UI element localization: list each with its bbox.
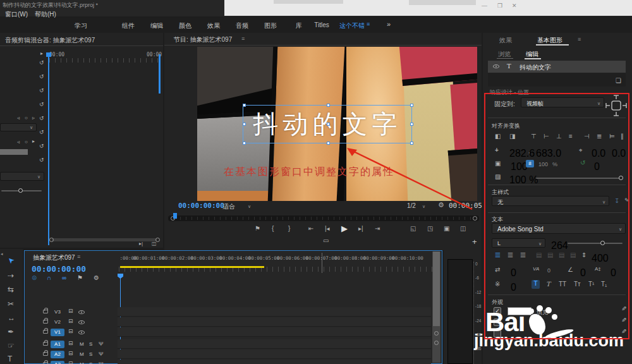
track-lock-icon[interactable] xyxy=(43,342,48,346)
step-back-button[interactable]: |◂ xyxy=(325,225,330,232)
track-output-eye-icon[interactable] xyxy=(78,320,85,324)
automation-reset-icon[interactable]: ↺ xyxy=(39,73,44,80)
track-badge-v3[interactable]: V3 xyxy=(51,308,64,316)
voiceover-record-mic-icon[interactable]: Ψ xyxy=(99,341,104,347)
go-to-out-button[interactable]: ⇥ xyxy=(375,225,380,232)
align-to-video-frame-h-icon[interactable]: ◧ xyxy=(495,133,501,140)
mixer-panel-title[interactable]: 音频剪辑混合器: 抽象派艺术097 xyxy=(5,36,95,45)
automation-reset-icon[interactable]: ↺ xyxy=(39,143,44,149)
selection-handle[interactable] xyxy=(327,104,330,107)
selection-handle[interactable] xyxy=(243,142,246,145)
hand-tool[interactable]: ☞ xyxy=(8,341,15,350)
workspace-overflow-chevron[interactable]: » xyxy=(387,20,391,28)
zoom-handle[interactable] xyxy=(434,341,439,345)
eye-icon[interactable] xyxy=(493,64,499,68)
voiceover-record-mic-icon[interactable]: Ψ xyxy=(99,361,104,364)
workspace-tab-4[interactable]: 颜色 xyxy=(179,21,191,30)
sync-lock-icon[interactable]: ⊟ xyxy=(68,340,73,346)
sync-lock-icon[interactable]: ⊟ xyxy=(68,350,73,356)
sync-lock-icon[interactable]: ⊟ xyxy=(68,328,73,334)
kf-dot-icon[interactable]: ○ xyxy=(25,115,28,121)
selection-handle[interactable] xyxy=(410,104,413,107)
panel-menu-icon[interactable]: ≡ xyxy=(77,253,80,260)
lift-button[interactable]: ◱ xyxy=(410,225,416,232)
selection-handle[interactable] xyxy=(327,123,330,126)
automation-reset-icon[interactable]: ↺ xyxy=(39,157,44,163)
align-to-video-frame-v-icon[interactable]: ◨ xyxy=(509,133,515,140)
mixer-ruler-ticks[interactable] xyxy=(49,58,162,63)
kf-prev-icon[interactable]: ◃ xyxy=(17,115,20,121)
workspace-tab-1[interactable]: 学习 xyxy=(75,21,87,30)
add-button[interactable]: + xyxy=(472,237,477,246)
track-select-tool[interactable]: ⇢ xyxy=(8,271,14,280)
mute-button[interactable]: M xyxy=(80,341,84,347)
kf-prev-icon[interactable]: ◃ xyxy=(17,139,20,145)
track-badge-a3[interactable]: A3 xyxy=(51,361,64,364)
solo-button[interactable]: S xyxy=(89,341,92,347)
ripple-edit-tool[interactable]: ⇆ xyxy=(8,285,14,294)
sync-lock-icon[interactable]: ⊟ xyxy=(68,308,73,314)
mute-button[interactable]: M xyxy=(80,361,84,364)
snap-toggle[interactable]: ∩ xyxy=(47,274,51,281)
timeline-vscrollbar-thumb[interactable] xyxy=(433,252,440,326)
solo-button[interactable]: S xyxy=(89,351,92,357)
track-badge-a1[interactable]: A1 xyxy=(51,341,64,348)
distribute-vertical-icon[interactable]: ≡ xyxy=(569,133,573,140)
automation-reset-icon[interactable]: ↺ xyxy=(39,87,44,94)
mute-button[interactable]: M xyxy=(80,351,84,357)
subtab-edit[interactable]: 编辑 xyxy=(526,50,538,59)
compare-view-button[interactable]: ◫ xyxy=(460,225,466,232)
timeline-settings-button[interactable]: ⚙ xyxy=(94,274,99,281)
sync-lock-icon[interactable]: ⊟ xyxy=(68,318,73,324)
justify-all-icon[interactable]: ▤ xyxy=(570,252,576,258)
subtab-browse[interactable]: 浏览 xyxy=(498,50,511,59)
mark-in-button[interactable]: { xyxy=(272,225,274,232)
mixer-play-icon[interactable]: ▸ xyxy=(40,51,43,56)
mixer-playhead-head[interactable] xyxy=(46,52,51,57)
timeline-lane[interactable] xyxy=(118,360,431,364)
timeline-lane[interactable] xyxy=(118,349,431,359)
timeline-lane[interactable] xyxy=(118,307,431,317)
extract-button[interactable]: ◳ xyxy=(427,225,433,232)
kf-dot-icon[interactable]: ○ xyxy=(25,139,28,145)
justify-last-center-icon[interactable]: ▤ xyxy=(547,252,553,258)
distribute-horizontal-icon[interactable]: ∥ xyxy=(621,133,624,140)
playback-resolution-select[interactable]: 1/2 xyxy=(407,202,416,209)
track-lock-icon[interactable] xyxy=(43,330,48,334)
track-badge-v2[interactable]: V2 xyxy=(51,318,64,326)
text-align-right-icon[interactable]: ☰ xyxy=(520,252,526,258)
duplicate-panel-icon[interactable]: ◫ xyxy=(152,241,157,246)
workspace-tab-6[interactable]: 音频 xyxy=(236,21,248,30)
panel-menu-icon[interactable]: ≡ xyxy=(578,36,581,42)
go-to-in-button[interactable]: ⇤ xyxy=(308,225,313,232)
scrubber-handle-right[interactable] xyxy=(473,216,477,221)
track-output-eye-icon[interactable] xyxy=(78,331,85,334)
program-panel-title[interactable]: 节目: 抽象派艺术097 xyxy=(174,35,232,44)
pen-tool[interactable]: ✒ xyxy=(8,327,14,336)
selection-handle[interactable] xyxy=(243,123,246,126)
play-button[interactable]: ▶ xyxy=(341,224,348,233)
layer-list-empty[interactable] xyxy=(488,73,626,87)
panel-menu-icon[interactable]: ≡ xyxy=(241,35,245,42)
kf-next-icon[interactable]: ▹ xyxy=(32,115,35,121)
mixer-slider-knob[interactable] xyxy=(18,188,23,193)
track-lock-icon[interactable] xyxy=(43,310,48,313)
nest-sequence-toggle[interactable]: ⊜ xyxy=(32,274,37,281)
timeline-timecode[interactable]: 00:00:00:00 xyxy=(32,264,86,274)
align-vcenter-icon[interactable]: ⊢ xyxy=(544,133,549,140)
settings-monitor-icon[interactable]: ▭ xyxy=(323,237,329,244)
automation-reset-icon[interactable]: ↺ xyxy=(39,59,44,66)
add-marker-button[interactable]: ⚑ xyxy=(77,274,83,281)
workspace-tab-2[interactable]: 组件 xyxy=(122,21,135,30)
new-layer-icon[interactable]: ❏ xyxy=(616,77,621,84)
linked-selection-toggle[interactable]: ∞ xyxy=(62,274,66,281)
type-tool[interactable]: T xyxy=(8,355,12,363)
text-align-left-icon[interactable]: ☰ xyxy=(495,252,501,258)
slip-tool[interactable]: ↔ xyxy=(8,313,15,322)
automation-reset-icon[interactable]: ↺ xyxy=(39,101,44,107)
selection-handle[interactable] xyxy=(327,142,330,145)
zoom-level-select[interactable]: 适合 xyxy=(222,202,235,211)
monitor-settings-wrench-icon[interactable]: ⚙ xyxy=(438,201,444,209)
kf-next-icon[interactable]: ▸ xyxy=(32,138,35,144)
automation-reset-icon[interactable]: ↺ xyxy=(39,129,44,135)
